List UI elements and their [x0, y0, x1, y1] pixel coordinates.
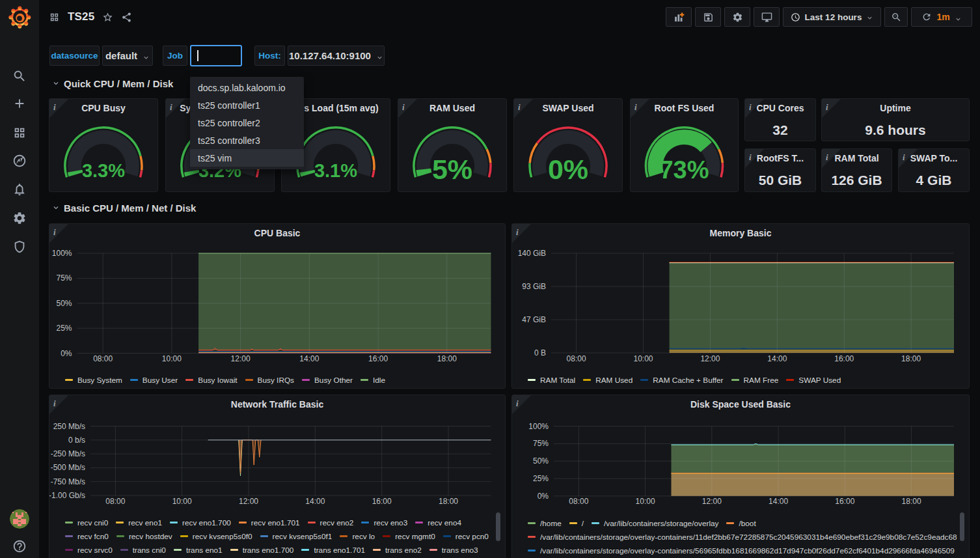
legend-item[interactable]: trans eno3	[429, 546, 478, 555]
dropdown-option[interactable]: ts25 controller2	[190, 114, 304, 132]
panel-cpu-basic[interactable]: iCPU Basic0%25%50%75%100%08:0010:0012:00…	[49, 223, 506, 389]
legend-scrollbar[interactable]	[496, 512, 500, 541]
variable-value-datasource[interactable]: default	[102, 46, 153, 66]
legend-item[interactable]: recv eno4	[415, 518, 461, 527]
server-admin-shield-icon[interactable]	[12, 240, 27, 254]
panel-network-traffic-basic[interactable]: iNetwork Traffic Basic250 Mb/s0 b/s-250 …	[49, 395, 506, 558]
panel-swap-used[interactable]: iSWAP Used0%	[513, 98, 623, 192]
legend-item[interactable]: /var/lib/containers/storage/overlay-cont…	[528, 533, 957, 542]
panel-root-fs-used[interactable]: iRoot FS Used73%	[630, 98, 739, 192]
legend-item[interactable]: recv eno1.701	[239, 518, 300, 527]
avatar[interactable]	[10, 509, 29, 529]
dropdown-option[interactable]: ts25 vim	[190, 149, 304, 167]
legend-item[interactable]: recv lo	[340, 532, 375, 541]
save-dashboard-button[interactable]	[695, 7, 721, 27]
legend-item[interactable]: RAM Free	[731, 376, 779, 385]
legend-item[interactable]: recv eno1	[116, 518, 162, 527]
legend-item[interactable]: trans eno1.701	[301, 546, 365, 555]
legend-item[interactable]: RAM Cache + Buffer	[640, 376, 723, 385]
tv-mode-button[interactable]	[754, 7, 780, 27]
legend-item[interactable]: Busy User	[130, 376, 178, 385]
chart-plot: 0 B47 GiB93 GiB140 GiB08:0010:0012:0014:…	[512, 224, 969, 388]
svg-text:14:00: 14:00	[299, 354, 319, 363]
legend-item[interactable]: /boot	[726, 519, 755, 528]
dropdown-option[interactable]: docs.sp.lab.kaloom.io	[190, 79, 304, 96]
panel-cpu-busy[interactable]: iCPU Busy3.3%	[49, 98, 158, 192]
legend-item[interactable]: recv srvc0	[65, 546, 113, 555]
configuration-gear-icon[interactable]	[12, 211, 27, 225]
help-icon[interactable]	[12, 539, 27, 553]
legend-item[interactable]: recv hostdev	[116, 532, 172, 541]
legend-item[interactable]: recv mgmt0	[383, 532, 435, 541]
dashboards-icon[interactable]	[12, 126, 27, 140]
star-icon[interactable]	[102, 12, 113, 23]
legend-series-color	[116, 535, 124, 537]
panel-title[interactable]: RAM Total	[822, 153, 892, 163]
dashboard-settings-button[interactable]	[724, 7, 750, 27]
panel-memory-basic[interactable]: iMemory Basic0 B47 GiB93 GiB140 GiB08:00…	[511, 223, 970, 389]
panel-uptime[interactable]: iUptime9.6 hours	[821, 98, 970, 141]
panel-swap-total[interactable]: iSWAP To...4 GiB	[898, 148, 970, 192]
legend-item[interactable]: recv eno3	[361, 518, 407, 527]
legend-scrollbar[interactable]	[960, 512, 964, 541]
panel-ram-total[interactable]: iRAM Total126 GiB	[821, 148, 892, 192]
chevron-down-icon	[52, 204, 60, 212]
legend-item[interactable]: recv kvsenp5s0f1	[260, 532, 333, 541]
legend-item[interactable]: Busy System	[65, 376, 122, 385]
explore-compass-icon[interactable]	[12, 154, 27, 168]
legend-item[interactable]: Busy Iowait	[185, 376, 237, 385]
legend-item[interactable]: recv kvsenp5s0f0	[180, 532, 252, 541]
legend-item[interactable]: recv eno2	[308, 518, 354, 527]
legend-item[interactable]: recv fcn0	[65, 532, 109, 541]
svg-text:08:00: 08:00	[93, 354, 113, 363]
job-input[interactable]	[190, 45, 242, 66]
legend-item[interactable]: recv eno1.700	[170, 518, 231, 527]
legend-series-color	[65, 549, 73, 551]
share-icon[interactable]	[121, 12, 132, 23]
zoom-out-button[interactable]	[884, 7, 908, 27]
svg-text:25%: 25%	[533, 474, 549, 483]
legend-item[interactable]: Idle	[361, 376, 385, 385]
legend-item[interactable]: /home	[528, 519, 562, 528]
svg-text:-500 Mb/s: -500 Mb/s	[51, 463, 85, 472]
legend-series-color	[383, 535, 390, 537]
legend-item[interactable]: RAM Used	[583, 376, 633, 385]
alerting-bell-icon[interactable]	[12, 182, 27, 197]
panel-title[interactable]: CPU Cores	[745, 103, 815, 113]
legend-item[interactable]: Busy IRQs	[245, 376, 294, 385]
refresh-picker[interactable]: 1m	[911, 7, 972, 27]
clock-icon	[791, 12, 800, 22]
legend-item[interactable]: trans eno1	[174, 546, 223, 555]
grafana-logo[interactable]	[7, 5, 32, 29]
row-header-basic[interactable]: Basic CPU / Mem / Net / Disk	[52, 202, 196, 214]
panel-rootfs-total[interactable]: iRootFS T...50 GiB	[744, 148, 816, 192]
legend-item[interactable]: trans eno1.700	[230, 546, 294, 555]
panel-disk-space-used-basic[interactable]: iDisk Space Used Basic0%25%50%75%100%08:…	[511, 395, 970, 558]
row-header-quick[interactable]: Quick CPU / Mem / Disk	[52, 77, 173, 89]
legend-item[interactable]: Busy Other	[302, 376, 353, 385]
legend-item[interactable]: recv cni0	[65, 518, 108, 527]
dashboard-title[interactable]: TS25	[68, 10, 94, 23]
legend-item[interactable]: /var/lib/containers/storage/overlay-cont…	[528, 546, 955, 555]
legend-item[interactable]: /var/lib/containers/storage/overlay	[592, 519, 718, 528]
legend-item[interactable]: /	[569, 519, 584, 528]
legend-series-color	[130, 379, 138, 381]
panel-cpu-cores[interactable]: iCPU Cores32	[744, 98, 816, 141]
legend-item[interactable]: trans cni0	[120, 546, 166, 555]
search-icon[interactable]	[12, 69, 27, 83]
legend-item[interactable]: recv pcn0	[443, 532, 489, 541]
legend-item[interactable]: RAM Total	[528, 376, 575, 385]
legend-item[interactable]: SWAP Used	[786, 376, 841, 385]
dropdown-option[interactable]: ts25 controller1	[190, 96, 304, 114]
add-panel-button[interactable]	[666, 7, 692, 27]
create-plus-icon[interactable]	[12, 96, 27, 111]
panel-ram-used[interactable]: iRAM Used5%	[398, 98, 507, 192]
panel-title[interactable]: RootFS T...	[745, 153, 815, 163]
panel-title[interactable]: SWAP To...	[899, 153, 969, 163]
gauge: 0%	[514, 99, 622, 191]
time-picker[interactable]: Last 12 hours	[783, 7, 881, 27]
legend-item[interactable]: trans eno2	[373, 546, 422, 555]
dropdown-option[interactable]: ts25 controller3	[190, 132, 304, 149]
variable-value-host[interactable]: 10.127.64.10:9100	[288, 46, 385, 66]
panel-title[interactable]: Uptime	[822, 103, 969, 113]
